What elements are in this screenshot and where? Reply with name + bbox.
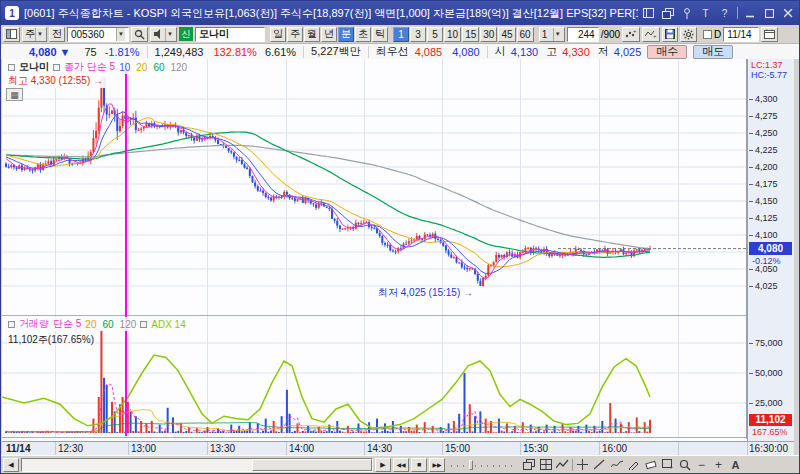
buy-button[interactable]: 매수 [647, 45, 687, 59]
period-button-분[interactable]: 분 [338, 27, 354, 42]
tile-windows-icon[interactable] [538, 458, 553, 472]
ma-legend-60: 60 [102, 319, 113, 330]
text-annotation-icon[interactable]: A [728, 458, 743, 472]
chart-area[interactable]: 모나미 종가 단순 5 102060120 최고 4,330 (12:55) →… [2, 59, 794, 441]
grid-toggle-button[interactable]: ▦ [6, 88, 23, 101]
maximize-icon[interactable] [763, 7, 776, 19]
ma-legend-items: 102060120 [119, 62, 187, 73]
high-label: 고 [546, 44, 557, 59]
time-axis-separator [128, 442, 129, 456]
change-arrow-icon: ▼ [60, 46, 71, 58]
period-button-초[interactable]: 초 [355, 27, 371, 42]
line-chart-icon[interactable] [555, 458, 570, 472]
scroll-right-button[interactable]: ▶ [375, 458, 391, 472]
time-label-15:00: 15:00 [445, 443, 470, 454]
stock-code-input[interactable]: 005360▼ [67, 27, 129, 42]
interval-button-30[interactable]: 30 [480, 27, 497, 42]
price-tick-4100: 4,100 [755, 230, 778, 240]
best-ask: 4,085 [415, 46, 443, 58]
price-tick-4025: 4,025 [755, 281, 778, 291]
zoom-icon[interactable] [677, 458, 692, 472]
stock-name-field[interactable]: 모나미 [195, 27, 265, 42]
legend-toggle-box[interactable] [8, 321, 15, 328]
play-back-button[interactable]: ◀◀ [393, 458, 409, 472]
ma-legend-60: 60 [153, 62, 164, 73]
volume-ratio: 132.81% [213, 46, 256, 58]
text-tool-icon[interactable]: T [699, 7, 712, 19]
interval-button-1[interactable]: 1 [393, 27, 409, 42]
overlay-chart-button[interactable]: + [642, 27, 660, 42]
legend-adx-label: ADX 14 [151, 319, 185, 330]
panel-layout-icon[interactable] [642, 7, 655, 19]
cascade-windows-icon[interactable] [521, 458, 536, 472]
price-axis[interactable]: LC:1.37 HC:-5.77 4,3004,2754,2504,2254,2… [747, 59, 794, 441]
candle-total-label: /900 [601, 29, 620, 40]
legend-toggle-box[interactable] [8, 64, 15, 71]
new-window-icon[interactable]: + [660, 458, 675, 472]
period-button-틱[interactable]: 틱 [372, 27, 388, 42]
freeline-tool-icon[interactable] [609, 458, 624, 472]
trade-value: 5,227백만 [311, 44, 361, 59]
pin-icon[interactable] [680, 7, 693, 19]
cascade-windows-icon[interactable] [661, 7, 674, 19]
interval-button-45[interactable]: 45 [498, 27, 515, 42]
sell-button[interactable]: 매도 [693, 45, 733, 59]
bottom-toolbar: ◀ ▶ ◀◀ ■ ▶▶ + − + A [1, 455, 799, 473]
layout-button[interactable] [3, 27, 20, 42]
time-label-11/14: 11/14 [6, 443, 30, 454]
candlestick-chart[interactable] [2, 59, 747, 441]
interval-button-10[interactable]: 10 [444, 27, 461, 42]
date-input[interactable]: 11/14 [723, 27, 759, 42]
zoom-out-icon[interactable]: − [694, 458, 709, 472]
d-checkbox[interactable] [703, 30, 712, 39]
time-axis: 16:30:00 11/1412:3013:0013:3014:0014:301… [2, 441, 794, 455]
interval-button-60[interactable]: 60 [517, 27, 534, 42]
ma-legend-20: 20 [85, 319, 96, 330]
zoom-in-icon[interactable]: + [711, 458, 726, 472]
close-icon[interactable] [782, 7, 795, 19]
save-button[interactable] [662, 27, 678, 42]
legend-toggle-box[interactable] [140, 321, 147, 328]
count-combo[interactable]: 1▼ [539, 27, 565, 42]
calendar-icon[interactable] [761, 27, 778, 42]
prev-stock-button[interactable]: 전 [49, 27, 65, 42]
unit-combo[interactable]: 주▼ [22, 27, 47, 42]
zoom-slider[interactable] [451, 459, 515, 471]
time-label-14:30: 14:30 [367, 443, 392, 454]
svg-text:+: + [669, 464, 673, 470]
eraser-tool-icon[interactable] [643, 458, 658, 472]
play-forward-button[interactable]: ▶▶ [429, 458, 445, 472]
search-button[interactable] [131, 27, 148, 42]
price-tick-4200: 4,200 [755, 162, 778, 172]
scroll-left-button[interactable]: ◀ [3, 458, 19, 472]
time-axis-separator [599, 442, 600, 456]
price-tick-4250: 4,250 [755, 128, 778, 138]
best-bid: 4,080 [452, 46, 480, 58]
interval-button-15[interactable]: 15 [462, 27, 479, 42]
time-axis-separator [286, 442, 287, 456]
help-icon[interactable]: ? [718, 7, 731, 19]
zoom-slider-thumb[interactable] [469, 460, 473, 470]
candle-count-input[interactable]: 244 [567, 27, 599, 42]
minimize-icon[interactable] [744, 7, 757, 19]
change-value: 75 [84, 46, 96, 58]
period-button-주[interactable]: 주 [287, 27, 303, 42]
interval-button-5[interactable]: 5 [427, 27, 443, 42]
crosshair-tool-icon[interactable] [575, 458, 590, 472]
sound-alert-button[interactable]: ▼ [150, 27, 177, 42]
trendline-tool-icon[interactable] [592, 458, 607, 472]
time-label-16:00: 16:00 [602, 443, 627, 454]
stop-button[interactable]: ■ [411, 458, 427, 472]
time-axis-separator [442, 442, 443, 456]
period-button-년[interactable]: 년 [321, 27, 337, 42]
chart-scrollbar[interactable] [21, 458, 373, 472]
gear-icon[interactable] [680, 27, 697, 42]
volume-tick-50000: 50,000 [755, 368, 783, 378]
period-button-일[interactable]: 일 [270, 27, 286, 42]
draw-tool-icon[interactable] [626, 458, 641, 472]
interval-button-3[interactable]: 3 [410, 27, 426, 42]
scrollbar-thumb[interactable] [252, 459, 372, 471]
period-button-월[interactable]: 월 [304, 27, 320, 42]
legend-toggle-box[interactable] [53, 64, 60, 71]
compare-chart-button[interactable]: + [622, 27, 640, 42]
